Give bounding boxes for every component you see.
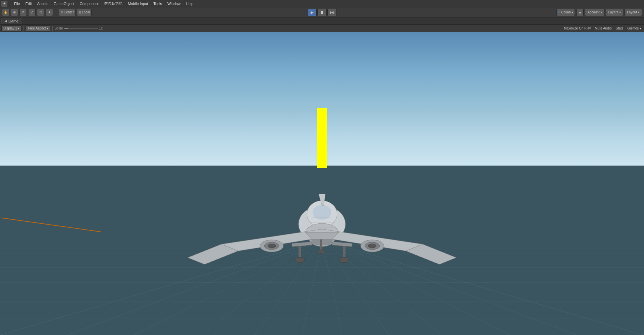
- menu-file[interactable]: File: [11, 1, 23, 6]
- game-tab-label: Game: [8, 19, 18, 23]
- scale-slider[interactable]: [64, 28, 98, 29]
- maximize-on-play-label: Maximize On Play: [564, 26, 591, 30]
- game-tab[interactable]: ◀ Game: [1, 18, 21, 24]
- stats-button[interactable]: Stats: [614, 25, 625, 31]
- mute-audio-label: Mute Audio: [595, 26, 611, 30]
- aspect-label: Free Aspect: [28, 26, 46, 30]
- collab-label: Collab ▾: [561, 10, 573, 14]
- gizmos-label: Gizmos ▾: [627, 26, 641, 30]
- cloud-button[interactable]: ☁: [576, 9, 584, 16]
- separator-1: [56, 9, 56, 15]
- scale-label: Scale: [55, 26, 63, 30]
- stats-label: Stats: [616, 26, 624, 30]
- layers-label: Layers ▾: [608, 10, 621, 14]
- svg-point-36: [295, 257, 305, 263]
- layers-button[interactable]: Layers ▾: [606, 9, 623, 16]
- game-viewport: [0, 32, 644, 335]
- game-toolbar: Display 1 ▾ Free Aspect ▾ Scale 1x Maxim…: [0, 25, 644, 32]
- tool-move[interactable]: ⊕: [11, 9, 18, 16]
- display-label: Display 1: [3, 26, 17, 30]
- account-button[interactable]: Account ▾: [585, 9, 604, 16]
- pivot-label: Center: [64, 10, 74, 14]
- layout-button[interactable]: Layout ▾: [625, 9, 642, 16]
- toolbar-sep-2: [52, 26, 53, 31]
- game-tab-bar: ◀ Game: [0, 17, 644, 25]
- menu-tools[interactable]: Tools: [151, 1, 165, 6]
- menu-gameobject[interactable]: GameObject: [51, 1, 77, 6]
- aspect-button[interactable]: Free Aspect ▾: [26, 25, 50, 31]
- play-button[interactable]: ▶: [307, 9, 317, 16]
- menu-mobileinput[interactable]: Mobile Input: [125, 1, 151, 6]
- tool-rotate[interactable]: ↺: [19, 9, 27, 16]
- svg-point-29: [268, 244, 276, 248]
- display-dropdown-icon: ▾: [18, 26, 19, 30]
- toolbar-right: ✓ Collab ▾ ☁ Account ▾ Layers ▾ Layout ▾: [556, 9, 642, 16]
- play-controls: ▶ ⏸ ⏭: [307, 9, 337, 16]
- aspect-dropdown-icon: ▾: [47, 26, 48, 30]
- svg-point-40: [318, 250, 325, 254]
- tool-hand[interactable]: ✋: [2, 9, 9, 16]
- aircraft-svg: [171, 181, 473, 274]
- menu-bar: ✦ File Edit Assets GameObject Component …: [0, 0, 644, 7]
- svg-point-19: [313, 205, 331, 220]
- svg-point-38: [339, 257, 349, 263]
- game-tab-icon: ◀: [4, 19, 7, 23]
- tool-transform[interactable]: ✦: [46, 9, 53, 16]
- tool-rect[interactable]: □: [37, 9, 44, 16]
- menu-edit[interactable]: Edit: [23, 1, 35, 6]
- menu-component[interactable]: Component: [77, 1, 101, 6]
- aircraft-container: [171, 181, 473, 274]
- cloud-icon: ☁: [578, 10, 582, 14]
- account-label: Account ▾: [587, 10, 602, 14]
- svg-point-33: [368, 244, 376, 248]
- layout-label: Layout ▾: [627, 10, 640, 14]
- space-label: Local: [82, 10, 90, 14]
- toolbar-sep-1: [23, 26, 24, 31]
- menu-window[interactable]: Window: [165, 1, 183, 6]
- menu-assets[interactable]: Assets: [35, 1, 51, 6]
- gizmos-button[interactable]: Gizmos ▾: [626, 25, 643, 31]
- svg-rect-30: [292, 242, 312, 247]
- yellow-marker-rect: [317, 108, 327, 168]
- game-toolbar-right: Maximize On Play Mute Audio Stats Gizmos…: [562, 25, 643, 31]
- step-button[interactable]: ⏭: [327, 9, 337, 16]
- tool-scale[interactable]: ⤢: [28, 9, 36, 16]
- display-button[interactable]: Display 1 ▾: [1, 25, 21, 31]
- svg-rect-34: [332, 242, 353, 247]
- mute-audio-button[interactable]: Mute Audio: [593, 25, 613, 31]
- menu-enhanced[interactable]: 增强版功能: [101, 0, 125, 7]
- scale-slider-fill: [64, 28, 68, 29]
- space-button[interactable]: ⊞ Local: [77, 9, 92, 16]
- pivot-button[interactable]: ⊙ Center: [59, 9, 75, 16]
- collab-button[interactable]: ✓ Collab ▾: [556, 9, 575, 16]
- menu-help[interactable]: Help: [183, 1, 196, 6]
- maximize-on-play-button[interactable]: Maximize On Play: [562, 25, 592, 31]
- scale-value: 1x: [99, 26, 103, 30]
- svg-rect-39: [320, 239, 322, 251]
- pause-button[interactable]: ⏸: [317, 9, 327, 16]
- main-toolbar: ✋ ⊕ ↺ ⤢ □ ✦ ⊙ Center ⊞ Local ▶ ⏸ ⏭ ✓ Col…: [0, 7, 644, 17]
